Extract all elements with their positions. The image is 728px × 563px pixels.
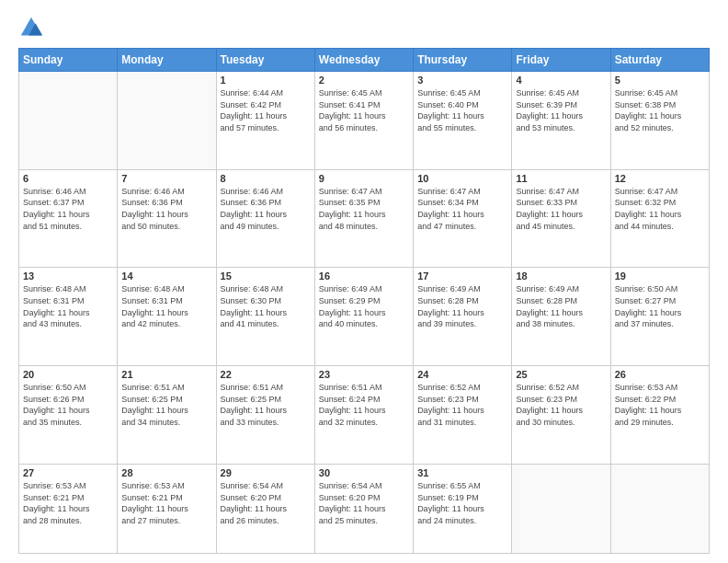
calendar-cell [118, 72, 216, 170]
calendar-cell: 7Sunrise: 6:46 AM Sunset: 6:36 PM Daylig… [118, 169, 216, 268]
day-info: Sunrise: 6:52 AM Sunset: 6:23 PM Dayligh… [516, 382, 606, 428]
day-number: 27 [23, 467, 113, 478]
day-number: 31 [417, 467, 507, 478]
day-number: 6 [23, 173, 113, 184]
day-info: Sunrise: 6:50 AM Sunset: 6:26 PM Dayligh… [23, 382, 113, 428]
day-info: Sunrise: 6:52 AM Sunset: 6:23 PM Dayligh… [417, 382, 507, 428]
day-number: 10 [417, 173, 507, 184]
day-number: 2 [319, 75, 409, 86]
calendar-cell: 9Sunrise: 6:47 AM Sunset: 6:35 PM Daylig… [314, 169, 413, 268]
day-number: 23 [319, 369, 409, 380]
day-info: Sunrise: 6:53 AM Sunset: 6:22 PM Dayligh… [615, 382, 705, 428]
day-info: Sunrise: 6:55 AM Sunset: 6:19 PM Dayligh… [417, 480, 507, 526]
day-info: Sunrise: 6:54 AM Sunset: 6:20 PM Dayligh… [319, 480, 409, 526]
page: SundayMondayTuesdayWednesdayThursdayFrid… [0, 0, 728, 563]
day-number: 19 [615, 270, 705, 282]
calendar-week-row: 6Sunrise: 6:46 AM Sunset: 6:37 PM Daylig… [19, 169, 710, 268]
weekday-header: Monday [118, 49, 216, 72]
calendar-cell: 14Sunrise: 6:48 AM Sunset: 6:31 PM Dayli… [118, 268, 216, 366]
calendar-cell: 30Sunrise: 6:54 AM Sunset: 6:20 PM Dayli… [314, 464, 413, 553]
calendar-cell: 1Sunrise: 6:44 AM Sunset: 6:42 PM Daylig… [216, 72, 314, 170]
calendar-cell: 28Sunrise: 6:53 AM Sunset: 6:21 PM Dayli… [118, 464, 216, 553]
day-info: Sunrise: 6:50 AM Sunset: 6:27 PM Dayligh… [615, 283, 705, 329]
day-number: 24 [417, 369, 507, 380]
calendar-cell: 23Sunrise: 6:51 AM Sunset: 6:24 PM Dayli… [314, 366, 413, 465]
day-number: 28 [121, 467, 211, 478]
day-info: Sunrise: 6:44 AM Sunset: 6:42 PM Dayligh… [221, 87, 311, 133]
day-number: 12 [615, 173, 705, 184]
weekday-header: Tuesday [216, 49, 314, 72]
day-number: 18 [516, 270, 606, 282]
calendar-cell: 15Sunrise: 6:48 AM Sunset: 6:30 PM Dayli… [216, 268, 314, 366]
calendar-cell [19, 72, 118, 170]
day-number: 4 [516, 75, 606, 86]
day-info: Sunrise: 6:51 AM Sunset: 6:25 PM Dayligh… [121, 382, 211, 428]
day-info: Sunrise: 6:47 AM Sunset: 6:35 PM Dayligh… [319, 186, 409, 232]
day-info: Sunrise: 6:54 AM Sunset: 6:20 PM Dayligh… [221, 480, 311, 526]
day-number: 14 [121, 270, 211, 282]
day-info: Sunrise: 6:46 AM Sunset: 6:37 PM Dayligh… [23, 186, 113, 232]
calendar-week-row: 20Sunrise: 6:50 AM Sunset: 6:26 PM Dayli… [19, 366, 710, 465]
day-number: 9 [319, 173, 409, 184]
day-info: Sunrise: 6:48 AM Sunset: 6:31 PM Dayligh… [121, 283, 211, 329]
calendar-cell: 2Sunrise: 6:45 AM Sunset: 6:41 PM Daylig… [314, 72, 413, 170]
day-info: Sunrise: 6:53 AM Sunset: 6:21 PM Dayligh… [23, 480, 113, 526]
calendar-cell: 10Sunrise: 6:47 AM Sunset: 6:34 PM Dayli… [414, 169, 512, 268]
calendar-week-row: 1Sunrise: 6:44 AM Sunset: 6:42 PM Daylig… [19, 72, 710, 170]
day-info: Sunrise: 6:45 AM Sunset: 6:38 PM Dayligh… [615, 87, 705, 133]
calendar-cell: 4Sunrise: 6:45 AM Sunset: 6:39 PM Daylig… [512, 72, 610, 170]
calendar-cell: 12Sunrise: 6:47 AM Sunset: 6:32 PM Dayli… [610, 169, 709, 268]
calendar-cell: 24Sunrise: 6:52 AM Sunset: 6:23 PM Dayli… [414, 366, 512, 465]
weekday-header: Thursday [414, 49, 512, 72]
day-number: 13 [23, 270, 113, 282]
day-info: Sunrise: 6:47 AM Sunset: 6:33 PM Dayligh… [516, 186, 606, 232]
day-number: 26 [615, 369, 705, 380]
day-number: 1 [221, 75, 311, 86]
logo [18, 15, 48, 40]
day-info: Sunrise: 6:46 AM Sunset: 6:36 PM Dayligh… [221, 186, 311, 232]
day-number: 29 [221, 467, 311, 478]
calendar-cell: 21Sunrise: 6:51 AM Sunset: 6:25 PM Dayli… [118, 366, 216, 465]
logo-icon [18, 15, 44, 40]
calendar-cell: 20Sunrise: 6:50 AM Sunset: 6:26 PM Dayli… [19, 366, 118, 465]
calendar-cell: 29Sunrise: 6:54 AM Sunset: 6:20 PM Dayli… [216, 464, 314, 553]
calendar-cell: 19Sunrise: 6:50 AM Sunset: 6:27 PM Dayli… [610, 268, 709, 366]
header [18, 15, 710, 40]
day-number: 17 [417, 270, 507, 282]
day-info: Sunrise: 6:47 AM Sunset: 6:34 PM Dayligh… [417, 186, 507, 232]
weekday-header: Sunday [19, 49, 118, 72]
day-info: Sunrise: 6:49 AM Sunset: 6:28 PM Dayligh… [516, 283, 606, 329]
day-number: 16 [319, 270, 409, 282]
calendar-cell: 16Sunrise: 6:49 AM Sunset: 6:29 PM Dayli… [314, 268, 413, 366]
calendar-cell: 22Sunrise: 6:51 AM Sunset: 6:25 PM Dayli… [216, 366, 314, 465]
day-info: Sunrise: 6:47 AM Sunset: 6:32 PM Dayligh… [615, 186, 705, 232]
day-info: Sunrise: 6:48 AM Sunset: 6:31 PM Dayligh… [23, 283, 113, 329]
day-number: 11 [516, 173, 606, 184]
day-info: Sunrise: 6:51 AM Sunset: 6:25 PM Dayligh… [221, 382, 311, 428]
day-number: 5 [615, 75, 705, 86]
day-number: 25 [516, 369, 606, 380]
calendar-cell: 17Sunrise: 6:49 AM Sunset: 6:28 PM Dayli… [414, 268, 512, 366]
calendar-cell: 18Sunrise: 6:49 AM Sunset: 6:28 PM Dayli… [512, 268, 610, 366]
calendar-cell [512, 464, 610, 553]
calendar-cell: 27Sunrise: 6:53 AM Sunset: 6:21 PM Dayli… [19, 464, 118, 553]
calendar-cell: 5Sunrise: 6:45 AM Sunset: 6:38 PM Daylig… [610, 72, 709, 170]
day-info: Sunrise: 6:51 AM Sunset: 6:24 PM Dayligh… [319, 382, 409, 428]
day-info: Sunrise: 6:49 AM Sunset: 6:29 PM Dayligh… [319, 283, 409, 329]
day-info: Sunrise: 6:53 AM Sunset: 6:21 PM Dayligh… [121, 480, 211, 526]
weekday-header: Friday [512, 49, 610, 72]
calendar-week-row: 13Sunrise: 6:48 AM Sunset: 6:31 PM Dayli… [19, 268, 710, 366]
calendar-cell: 11Sunrise: 6:47 AM Sunset: 6:33 PM Dayli… [512, 169, 610, 268]
day-number: 7 [121, 173, 211, 184]
calendar-cell: 13Sunrise: 6:48 AM Sunset: 6:31 PM Dayli… [19, 268, 118, 366]
day-number: 3 [417, 75, 507, 86]
weekday-header: Saturday [610, 49, 709, 72]
day-number: 30 [319, 467, 409, 478]
calendar-cell [610, 464, 709, 553]
weekday-header: Wednesday [314, 49, 413, 72]
calendar-cell: 8Sunrise: 6:46 AM Sunset: 6:36 PM Daylig… [216, 169, 314, 268]
calendar-cell: 26Sunrise: 6:53 AM Sunset: 6:22 PM Dayli… [610, 366, 709, 465]
day-info: Sunrise: 6:49 AM Sunset: 6:28 PM Dayligh… [417, 283, 507, 329]
day-info: Sunrise: 6:45 AM Sunset: 6:41 PM Dayligh… [319, 87, 409, 133]
calendar-cell: 31Sunrise: 6:55 AM Sunset: 6:19 PM Dayli… [414, 464, 512, 553]
